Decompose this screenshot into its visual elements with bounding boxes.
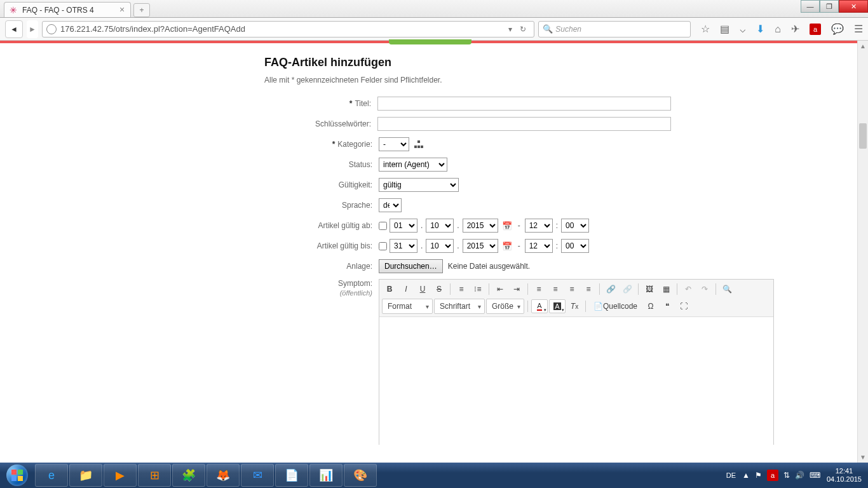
send-icon[interactable]: ✈ — [791, 23, 799, 35]
editor-italic-button[interactable]: I — [398, 282, 414, 296]
taskbar-writer-icon[interactable]: 📄 — [275, 464, 308, 487]
tray-show-hidden-icon[interactable]: ▲ — [742, 471, 750, 480]
editor-undo-button[interactable]: ↶ — [681, 282, 696, 296]
tray-avira-icon[interactable]: a — [767, 470, 778, 481]
editor-find-button[interactable]: 🔍 — [719, 282, 735, 296]
editor-removeformat-button[interactable]: Tx — [567, 299, 582, 313]
editor-bg-color-button[interactable]: A — [549, 299, 566, 313]
language-select[interactable]: de — [379, 198, 402, 212]
taskbar-thunderbird-icon[interactable]: ✉ — [241, 464, 274, 487]
editor-align-center-button[interactable]: ≡ — [548, 282, 563, 296]
valid-to-year-select[interactable]: 2015 — [463, 239, 498, 253]
category-tree-icon[interactable] — [414, 140, 423, 148]
editor-ol-button[interactable]: ≡ — [454, 282, 469, 296]
taskbar-firefox-icon[interactable]: 🦊 — [207, 464, 240, 487]
downloads-icon[interactable]: ⬇ — [756, 23, 764, 35]
window-close-button[interactable]: ✕ — [839, 0, 868, 13]
avira-icon[interactable]: a — [810, 24, 821, 35]
new-tab-button[interactable]: + — [133, 3, 150, 17]
valid-from-minute-select[interactable]: 00 — [561, 219, 589, 233]
editor-text-color-button[interactable]: A — [531, 299, 548, 313]
valid-from-month-select[interactable]: 10 — [426, 219, 454, 233]
valid-to-month-select[interactable]: 10 — [426, 239, 454, 253]
editor-ul-button[interactable]: ⁝≡ — [470, 282, 485, 296]
taskbar-paint-icon[interactable]: 🎨 — [344, 464, 377, 487]
editor-font-select[interactable]: Schriftart — [434, 299, 485, 314]
window-maximize-button[interactable]: ❐ — [820, 0, 839, 13]
editor-maximize-button[interactable]: ⛶ — [676, 299, 691, 313]
page-scrollbar[interactable]: ▲ ▼ — [857, 41, 868, 463]
bookmark-star-icon[interactable]: ☆ — [701, 23, 710, 35]
status-select[interactable]: intern (Agent) — [379, 158, 447, 172]
editor-bold-button[interactable]: B — [382, 282, 397, 296]
window-minimize-button[interactable]: — — [801, 0, 820, 13]
editor-underline-button[interactable]: U — [415, 282, 430, 296]
editor-strike-button[interactable]: S — [431, 282, 447, 296]
valid-from-separator: - — [516, 221, 522, 230]
file-browse-button[interactable]: Durchsuchen… — [379, 259, 443, 273]
editor-indent-button[interactable]: ⇥ — [509, 282, 524, 296]
menu-icon[interactable]: ☰ — [854, 23, 863, 35]
editor-align-left-button[interactable]: ≡ — [531, 282, 546, 296]
taskbar-explorer-icon[interactable]: 📁 — [69, 464, 102, 487]
editor-image-button[interactable]: 🖼 — [642, 282, 657, 296]
start-button[interactable] — [0, 463, 34, 488]
editor-specialchar-button[interactable]: Ω — [643, 299, 658, 313]
editor-content-area[interactable] — [379, 317, 773, 445]
reading-list-icon[interactable]: ▤ — [720, 23, 729, 35]
reload-button[interactable]: ↻ — [516, 25, 530, 34]
taskbar-calc-icon[interactable]: 📊 — [309, 464, 342, 487]
url-bar[interactable]: 176.221.42.75/otrs/index.pl?Action=Agent… — [42, 21, 534, 37]
valid-from-year-select[interactable]: 2015 — [463, 219, 498, 233]
valid-to-hour-select[interactable]: 12 — [525, 239, 553, 253]
editor-table-button[interactable]: ▦ — [658, 282, 674, 296]
taskbar-mediaplayer-icon[interactable]: ▶ — [104, 464, 137, 487]
scroll-thumb[interactable] — [859, 123, 867, 149]
title-input[interactable] — [377, 97, 671, 111]
valid-from-day-select[interactable]: 01 — [390, 219, 417, 233]
nav-back-button[interactable]: ◄ — [5, 20, 23, 38]
valid-to-minute-select[interactable]: 00 — [561, 239, 589, 253]
tray-clock[interactable]: 12:41 04.10.2015 — [827, 467, 862, 484]
editor-align-justify-button[interactable]: ≡ — [581, 282, 596, 296]
validity-select[interactable]: gültig — [379, 178, 459, 192]
valid-to-calendar-icon[interactable]: 📅 — [501, 241, 513, 251]
pocket-icon[interactable]: ⌵ — [740, 23, 746, 35]
tray-keyboard-icon[interactable]: ⌨ — [810, 471, 820, 480]
scroll-up-arrow-icon[interactable]: ▲ — [858, 41, 868, 51]
home-icon[interactable]: ⌂ — [775, 24, 781, 35]
taskbar-ie-icon[interactable]: e — [35, 464, 68, 487]
chat-icon[interactable]: 💬 — [831, 23, 844, 35]
tray-volume-icon[interactable]: 🔊 — [795, 471, 804, 480]
editor-redo-button[interactable]: ↷ — [697, 282, 712, 296]
taskbar-app1-icon[interactable]: 🧩 — [172, 464, 205, 487]
keywords-input[interactable] — [377, 117, 671, 131]
scroll-down-arrow-icon[interactable]: ▼ — [858, 452, 868, 463]
taskbar-office-icon[interactable]: ⊞ — [138, 464, 171, 487]
editor-size-select[interactable]: Größe — [486, 299, 524, 314]
valid-from-calendar-icon[interactable]: 📅 — [501, 221, 513, 231]
label-symptom-note: (öffentlich) — [264, 289, 379, 297]
nav-forward-button[interactable]: ► — [27, 20, 38, 38]
editor-quote-button[interactable]: ❝ — [660, 299, 675, 313]
editor-outdent-button[interactable]: ⇤ — [492, 282, 508, 296]
editor-align-right-button[interactable]: ≡ — [564, 282, 580, 296]
editor-link-button[interactable]: 🔗 — [603, 282, 618, 296]
url-dropdown-icon[interactable]: ▾ — [505, 25, 516, 34]
valid-from-hour-select[interactable]: 12 — [525, 219, 553, 233]
tray-network-icon[interactable]: ⇅ — [783, 471, 790, 480]
tray-lang-indicator[interactable]: DE — [726, 471, 736, 479]
valid-from-enable-checkbox[interactable] — [379, 222, 387, 230]
label-attachment: Anlage: — [264, 262, 379, 271]
editor-format-select[interactable]: Format — [382, 299, 433, 314]
category-select[interactable]: - — [379, 137, 409, 151]
editor-source-button[interactable]: 📄 Quellcode — [589, 299, 642, 313]
editor-unlink-button[interactable]: 🔗 — [620, 282, 635, 296]
valid-to-enable-checkbox[interactable] — [379, 242, 387, 250]
label-valid-from: Artikel gültig ab: — [264, 221, 379, 230]
browser-search-input[interactable]: 🔍 Suchen — [538, 21, 691, 37]
tab-close-button[interactable]: × — [118, 6, 126, 15]
tray-flag-icon[interactable]: ⚑ — [755, 471, 762, 480]
browser-tab-active[interactable]: FAQ - FAQ - OTRS 4 × — [4, 2, 131, 17]
valid-to-day-select[interactable]: 31 — [390, 239, 417, 253]
